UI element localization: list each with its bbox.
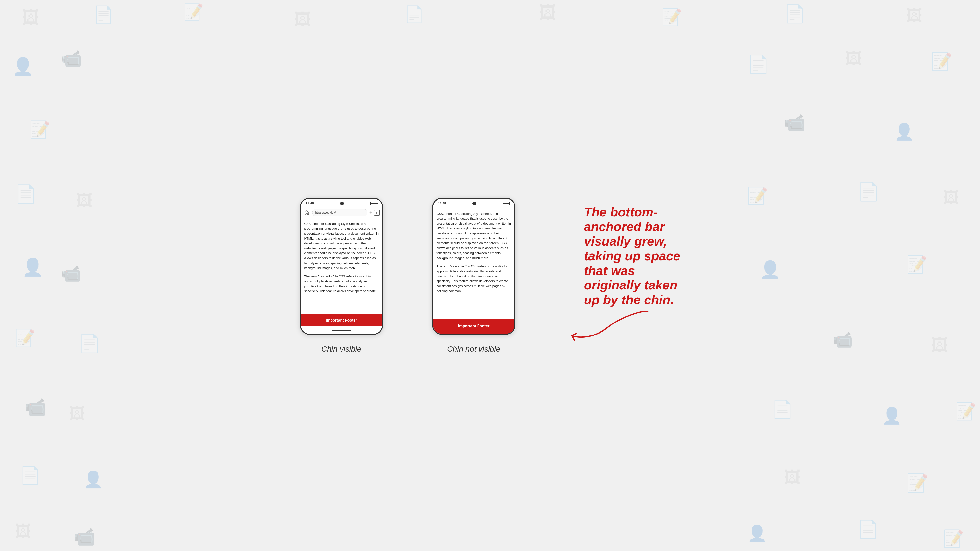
phones-row: 11:45 [300, 198, 680, 354]
phone1-status-bar: 11:45 [301, 198, 382, 207]
phone1-browser-actions: + 5 [369, 210, 380, 216]
phone1-url-text: https://web.dev/ [315, 211, 336, 214]
phone1-chin-bar [332, 330, 351, 330]
main-content: 11:45 [0, 0, 980, 551]
phone1-para1: CSS, short for Cascading Style Sheets, i… [304, 221, 379, 271]
phone2-wrapper: 11:45 CSS, short for Cascading Style She… [432, 198, 515, 354]
phone2-para1: CSS, short for Cascading Style Sheets, i… [437, 211, 511, 260]
phone1-url-bar[interactable]: https://web.dev/ [312, 209, 368, 216]
annotation-line4: taking up space [584, 249, 680, 264]
annotation-line6: originally taken [584, 278, 680, 293]
phone1: 11:45 [300, 198, 383, 335]
phone2: 11:45 CSS, short for Cascading Style She… [432, 198, 515, 335]
phone2-para2: The term "cascading" in CSS refers to it… [437, 264, 511, 294]
annotation-line1: The bottom- [584, 205, 680, 220]
phone1-status-right [371, 202, 377, 205]
phone1-caption: Chin visible [321, 345, 362, 354]
phone1-para2: The term "cascading" in CSS refers to it… [304, 274, 379, 294]
phone1-battery-icon [371, 202, 377, 205]
annotation-arrow [570, 309, 655, 341]
phone1-text: CSS, short for Cascading Style Sheets, i… [304, 221, 379, 294]
phone1-footer: Important Footer [301, 314, 382, 326]
annotation-line3: visually grew, [584, 234, 680, 249]
phone2-text: CSS, short for Cascading Style Sheets, i… [437, 211, 511, 294]
phone1-wrapper: 11:45 [300, 198, 383, 354]
annotation-text: The bottom- anchored bar visually grew, … [584, 205, 680, 308]
phone2-status-right [503, 202, 510, 205]
phone2-status-bar: 11:45 [433, 198, 514, 207]
annotation-section: The bottom- anchored bar visually grew, … [584, 205, 680, 308]
phone1-chin [301, 326, 382, 334]
phone2-caption: Chin not visible [447, 345, 500, 354]
phone1-home-btn[interactable] [303, 209, 310, 216]
phone2-battery-icon [503, 202, 510, 205]
phone2-status-time: 11:45 [438, 202, 446, 205]
phone1-browser-bar: https://web.dev/ + 5 [301, 207, 382, 218]
phone2-battery-fill [503, 203, 509, 205]
phone2-camera [473, 202, 476, 205]
annotation-line7: up by the chin. [584, 293, 680, 307]
phone1-add-tab-btn[interactable]: + [369, 210, 372, 215]
phone2-content: CSS, short for Cascading Style Sheets, i… [433, 207, 514, 319]
phone1-tab-count[interactable]: 5 [374, 210, 380, 216]
phone1-content: CSS, short for Cascading Style Sheets, i… [301, 218, 382, 314]
arrow-container [570, 309, 655, 341]
phone1-status-time: 11:45 [306, 202, 314, 205]
phone2-footer: Important Footer [433, 319, 514, 334]
annotation-line2: anchored bar [584, 219, 680, 234]
phone1-battery-fill [371, 203, 377, 205]
annotation-line5: that was [584, 264, 680, 278]
phone1-camera [340, 202, 344, 205]
